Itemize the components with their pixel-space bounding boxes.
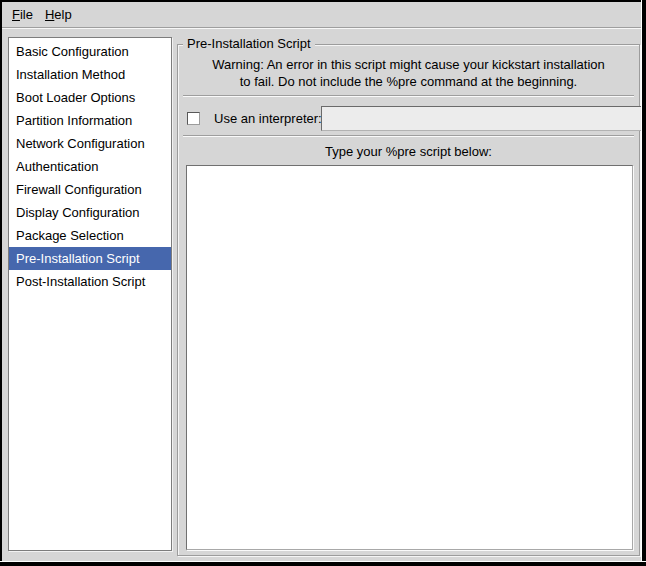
- sidebar-item-authentication[interactable]: Authentication: [9, 155, 171, 178]
- use-interpreter-checkbox[interactable]: [187, 112, 200, 125]
- section-list: Basic Configuration Installation Method …: [8, 37, 172, 551]
- sidebar-item-installation-method[interactable]: Installation Method: [9, 63, 171, 86]
- separator: [183, 95, 634, 97]
- menu-help[interactable]: Help: [39, 5, 78, 24]
- warning-line-2: to fail. Do not include the %pre command…: [182, 73, 635, 90]
- sidebar-item-display-configuration[interactable]: Display Configuration: [9, 201, 171, 224]
- sidebar-item-boot-loader-options[interactable]: Boot Loader Options: [9, 86, 171, 109]
- sidebar-item-firewall-configuration[interactable]: Firewall Configuration: [9, 178, 171, 201]
- warning-text: Warning: An error in this script might c…: [182, 56, 635, 90]
- warning-line-1: Warning: An error in this script might c…: [182, 56, 635, 73]
- window-border-top: [0, 0, 646, 2]
- window-border-right: [642, 0, 646, 566]
- pre-script-textarea[interactable]: [186, 165, 633, 550]
- sidebar-item-package-selection[interactable]: Package Selection: [9, 224, 171, 247]
- pre-installation-script-frame: Pre-Installation Script Warning: An erro…: [177, 44, 640, 556]
- interpreter-row: Use an interpreter:: [187, 106, 631, 132]
- frame-title: Pre-Installation Script: [183, 36, 315, 51]
- sidebar-item-pre-installation-script[interactable]: Pre-Installation Script: [9, 247, 171, 270]
- window-border-bottom: [0, 562, 646, 566]
- interpreter-entry[interactable]: [321, 106, 642, 131]
- sidebar-item-network-configuration[interactable]: Network Configuration: [9, 132, 171, 155]
- menubar: File Help: [2, 2, 642, 28]
- sidebar-item-basic-configuration[interactable]: Basic Configuration: [9, 40, 171, 63]
- separator: [183, 135, 634, 137]
- use-interpreter-label[interactable]: Use an interpreter:: [214, 106, 322, 132]
- sidebar-item-post-installation-script[interactable]: Post-Installation Script: [9, 270, 171, 293]
- script-prompt-label: Type your %pre script below:: [178, 143, 639, 160]
- window-border-left: [0, 0, 2, 566]
- sidebar-item-partition-information[interactable]: Partition Information: [9, 109, 171, 132]
- menu-file[interactable]: File: [6, 5, 39, 24]
